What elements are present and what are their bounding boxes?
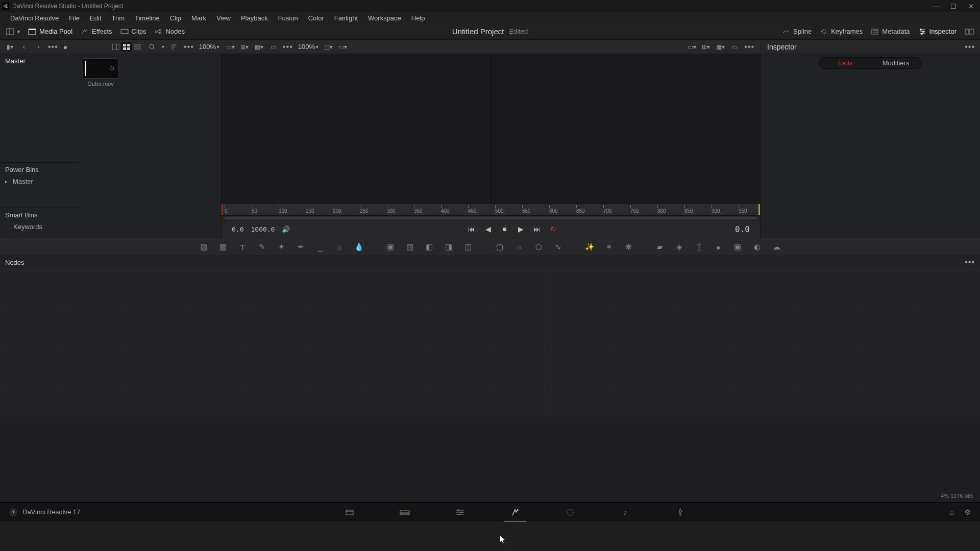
menu-color[interactable]: Color [303,14,329,22]
image-plane-tool-icon[interactable]: ◈ [674,242,684,252]
spline-button[interactable]: Spline [782,28,812,35]
blur-tool-icon[interactable]: 💧 [354,242,364,252]
prev-clip-icon[interactable]: ‹ [19,43,29,51]
menu-davinci-resolve[interactable]: DaVinci Resolve [5,14,64,22]
menu-timeline[interactable]: Timeline [130,14,165,22]
page-fusion-button[interactable] [508,505,522,519]
resize-tool-icon[interactable]: ◫ [463,242,473,252]
ellipse-mask-icon[interactable]: ○ [514,242,524,252]
menu-clip[interactable]: Clip [165,14,186,22]
page-color-button[interactable] [563,505,577,519]
inspector-button[interactable]: Inspector [918,28,957,35]
dual-screen-button[interactable] [965,28,974,35]
clips-button[interactable]: Clips [120,28,146,35]
page-cut-button[interactable] [398,505,412,519]
media-pool-button[interactable]: Media Pool [28,28,72,35]
matte-tool-icon[interactable]: ◨ [444,242,454,252]
shape3d-tool-icon[interactable]: ● [713,242,723,252]
menu-trim[interactable]: Trim [107,14,130,22]
next-clip-icon[interactable]: › [34,43,43,51]
nodes-graph[interactable] [0,268,980,416]
minimize-button[interactable]: — [932,2,940,10]
text-tool-icon[interactable]: T [237,242,248,252]
tracker-tool-icon[interactable]: ✦ [276,242,286,252]
project-settings-icon[interactable]: ⚙ [964,508,971,516]
metadata-button[interactable]: Metadata [871,28,910,35]
close-button[interactable]: ✕ [967,2,975,10]
viewer1-split-icon[interactable]: ◫▾ [324,43,333,51]
mask-pen-tool-icon[interactable]: ✒ [296,242,306,252]
menu-view[interactable]: View [211,14,236,22]
replicate-tool-icon[interactable]: ❋ [623,242,633,252]
scrub-bar[interactable] [222,215,760,220]
sidebar-master[interactable]: Master [0,54,79,67]
nodes-button[interactable]: Nodes [154,28,185,35]
page-edit-button[interactable] [453,505,467,519]
merge-tool-icon[interactable]: ▣ [385,242,396,252]
viewer1-more-icon[interactable]: ••• [283,42,293,52]
menu-workspace[interactable]: Workspace [363,14,406,22]
viewer-grid-icon[interactable]: ▦▾ [254,43,263,51]
sidebar-smart-bins[interactable]: Smart Bins [0,208,79,221]
merge3d-tool-icon[interactable]: ▣ [732,242,743,252]
range-end[interactable]: 1000.0 [251,226,275,233]
inspector-tab-tools[interactable]: Tools [819,58,870,68]
viewer-roi-icon[interactable]: ⊞▾ [240,43,249,51]
first-frame-button[interactable]: ⏮ [467,224,476,234]
inspector-more-icon[interactable]: ••• [965,42,980,52]
viewer2-fit-icon[interactable]: ▭▾ [687,43,696,51]
sidebar-keywords[interactable]: Keywords [0,221,79,233]
nodes-more-icon[interactable]: ••• [965,258,975,267]
menu-mark[interactable]: Mark [186,14,211,22]
page-deliver-button[interactable] [673,505,688,519]
media-more-icon[interactable]: ••• [184,42,194,52]
particles-tool-icon[interactable]: ✶ [604,242,614,252]
polygon-mask-icon[interactable]: ⬠ [533,242,544,252]
transform-tool-icon[interactable]: ▤ [405,242,415,252]
list-view-icon[interactable] [132,42,142,52]
maximize-button[interactable]: ☐ [949,2,958,10]
zoom-viewer1[interactable]: 100%▾ [298,43,318,51]
effects-button[interactable]: Effects [81,28,112,35]
volume-icon[interactable]: 🔊 [282,226,290,233]
zoom-left[interactable]: 100%▾ [199,43,219,51]
panel-dropdown-button[interactable]: ▾ [6,28,20,35]
renderer3d-tool-icon[interactable]: ☁ [771,242,781,252]
menu-fairlight[interactable]: Fairlight [329,14,363,22]
viewer-guides-icon[interactable]: ▭ [268,43,278,51]
sidebar-power-bins[interactable]: Power Bins [0,163,79,176]
paint-tool-icon[interactable]: ✎ [257,242,267,252]
media-options-icon[interactable]: ••• [48,42,58,52]
sort-icon[interactable] [169,43,179,51]
bin-view-icon[interactable]: ▮▾ [5,43,14,51]
viewer1-single-icon[interactable]: ▭▾ [338,43,347,51]
keyframes-button[interactable]: Keyframes [820,28,863,35]
wand-tool-icon[interactable]: ✨ [584,242,595,252]
menu-edit[interactable]: Edit [85,14,106,22]
step-back-button[interactable]: ◀ [483,224,493,234]
viewer-fit-icon[interactable]: ▭▾ [226,43,235,51]
metadata-view-icon[interactable] [111,42,121,52]
stop-button[interactable]: ■ [500,224,509,234]
light-tool-icon[interactable]: ◐ [752,242,762,252]
menu-playback[interactable]: Playback [236,14,273,22]
time-ruler[interactable]: 0501001502002503003504004505005506006507… [222,204,760,215]
thumbnail-view-icon[interactable] [121,42,132,52]
search-icon[interactable] [148,43,157,51]
background-tool-icon[interactable]: ▧ [199,242,209,252]
channel-tool-icon[interactable]: ◧ [424,242,434,252]
viewer2-grid-icon[interactable]: ▦▾ [716,43,725,51]
viewer2-roi-icon[interactable]: ⊞▾ [701,43,710,51]
text3d-tool-icon[interactable]: Ṯ [694,242,704,252]
page-media-button[interactable] [342,505,357,519]
brightness-tool-icon[interactable]: ☼ [334,242,345,252]
camera3d-tool-icon[interactable]: ▰ [655,242,665,252]
rectangle-mask-icon[interactable]: ▢ [495,242,505,252]
color-corrector-tool-icon[interactable]: ⎯ [315,242,325,252]
fastnoise-tool-icon[interactable]: ▦ [218,242,228,252]
menu-file[interactable]: File [64,14,85,22]
current-time[interactable]: 0.0 [735,224,750,234]
bspline-mask-icon[interactable]: ∿ [553,242,563,252]
last-frame-button[interactable]: ⏭ [532,224,542,234]
loop-button[interactable]: ↻ [549,224,558,234]
